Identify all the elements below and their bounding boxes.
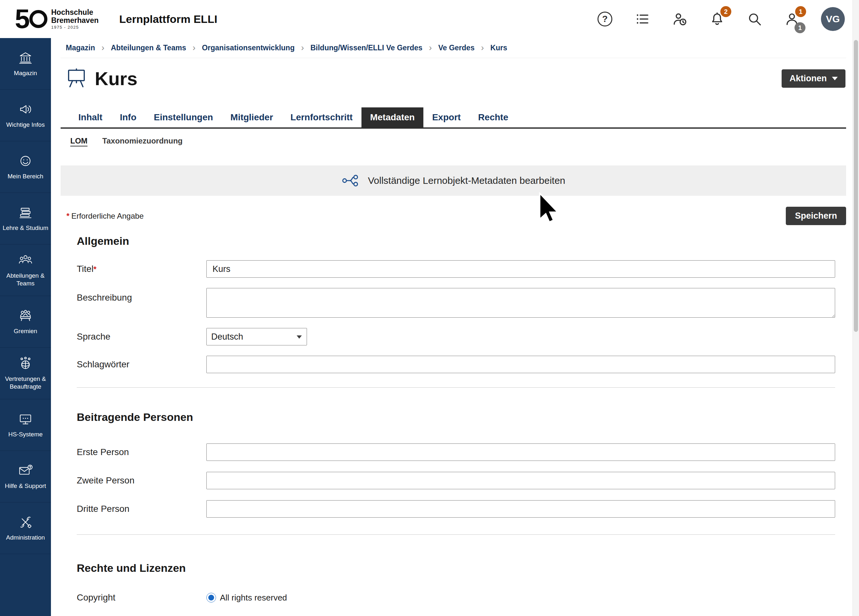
sidebar-item-vertretungen-beauftragte[interactable]: Vertretungen & Beauftragte	[0, 348, 51, 399]
sidebar-item-gremien[interactable]: Gremien	[0, 296, 51, 348]
scrollbar-track[interactable]	[853, 0, 859, 616]
bank-icon	[18, 50, 33, 65]
sidebar-label: Administration	[6, 534, 45, 541]
tools-icon	[18, 515, 33, 530]
tab-lernfortschritt[interactable]: Lernfortschritt	[282, 107, 361, 127]
schlagwoerter-label: Schlagwörter	[77, 359, 206, 370]
breadcrumb-separator-icon: ›	[481, 44, 484, 52]
main-area: Magazin › Abteilungen & Teams › Organisa…	[51, 38, 859, 616]
logo-text: Hochschule Bremerhaven 1975 - 2025	[51, 8, 99, 30]
breadcrumb-separator-icon: ›	[429, 44, 432, 52]
sprache-select-wrap: Deutsch	[206, 328, 307, 346]
tab-info[interactable]: Info	[111, 107, 145, 127]
sidebar-label: Wichtige Infos	[6, 121, 44, 129]
breadcrumb-separator-icon: ›	[301, 44, 304, 52]
user-avatar[interactable]: VG	[821, 7, 845, 31]
globe-people-icon	[18, 356, 33, 371]
metadata-tree-icon	[342, 172, 360, 189]
titel-input[interactable]	[206, 260, 835, 278]
subtab-taxonomiezuordnung[interactable]: Taxonomiezuordnung	[102, 136, 183, 145]
sidebar-item-mein-bereich[interactable]: Mein Bereich	[0, 141, 51, 193]
tab-einstellungen[interactable]: Einstellungen	[145, 107, 222, 127]
metadata-form: Allgemein Titel* Beschreibung Sprache	[61, 225, 846, 603]
top-bar: 5 Hochschule Bremerhaven 1975 - 2025 Ler…	[0, 0, 859, 38]
tab-mitglieder[interactable]: Mitglieder	[222, 107, 282, 127]
breadcrumb-separator-icon: ›	[102, 44, 105, 52]
copyright-label: Copyright	[77, 593, 206, 603]
notifications-button[interactable]: 2	[709, 11, 726, 27]
tab-rechte[interactable]: Rechte	[470, 107, 517, 127]
contacts-badge-primary: 1	[795, 6, 806, 17]
section-heading-allgemein: Allgemein	[77, 235, 835, 247]
sprache-select[interactable]: Deutsch	[206, 328, 307, 346]
breadcrumb-item[interactable]: Magazin	[66, 44, 95, 52]
save-button[interactable]: Speichern	[786, 207, 846, 225]
todo-list-button[interactable]	[634, 11, 651, 27]
breadcrumb-item[interactable]: Organisationsentwicklung	[202, 44, 295, 52]
subtab-bar: LOM Taxonomiezuordnung	[61, 129, 846, 145]
breadcrumb-separator-icon: ›	[192, 44, 195, 52]
sidebar-item-abteilungen-teams[interactable]: Abteilungen & Teams	[0, 244, 51, 296]
scrollbar-thumb[interactable]	[854, 40, 858, 332]
logo-digit-5: 5	[15, 7, 30, 31]
required-asterisk: *	[66, 211, 69, 220]
sidebar-item-administration[interactable]: Administration	[0, 502, 51, 554]
erste-person-input[interactable]	[206, 444, 835, 461]
field-row-zweite-person: Zweite Person	[77, 472, 835, 489]
help-button[interactable]: ?	[597, 11, 613, 27]
actions-button-label: Aktionen	[789, 73, 827, 83]
section-divider	[77, 387, 835, 388]
edit-full-metadata-banner[interactable]: Vollständige Lernobjekt-Metadaten bearbe…	[61, 166, 846, 196]
page-header: Kurs Aktionen	[61, 58, 846, 89]
field-row-dritte-person: Dritte Person	[77, 500, 835, 518]
tab-bar: Inhalt Info Einstellungen Mitglieder Ler…	[61, 107, 846, 129]
form-toolbar: *Erforderliche Angabe Speichern	[61, 207, 846, 225]
tab-metadaten[interactable]: Metadaten	[361, 107, 423, 127]
sidebar-item-hs-systeme[interactable]: HS-Systeme	[0, 399, 51, 451]
tab-export[interactable]: Export	[423, 107, 470, 127]
banner-label: Vollständige Lernobjekt-Metadaten bearbe…	[368, 175, 565, 186]
sidebar-label: Abteilungen & Teams	[3, 272, 48, 288]
sidebar-label: Mein Bereich	[8, 172, 44, 180]
user-clock-icon	[672, 11, 687, 27]
subtab-lom[interactable]: LOM	[70, 136, 87, 145]
breadcrumb-item[interactable]: Bildung/Wissen/ELLI Ve Gerdes	[311, 44, 422, 52]
erste-person-label: Erste Person	[77, 447, 206, 457]
logo-years: 1975 - 2025	[51, 25, 99, 30]
zweite-person-input[interactable]	[206, 472, 835, 489]
sidebar-item-hilfe-support[interactable]: Hilfe & Support	[0, 451, 51, 502]
breadcrumb-item[interactable]: Abteilungen & Teams	[111, 44, 186, 52]
mail-help-icon	[18, 463, 33, 478]
sidebar-label: Magazin	[14, 69, 37, 77]
sidebar-item-magazin[interactable]: Magazin	[0, 38, 51, 90]
main-sidebar: Magazin Wichtige Infos Mein Bereich Lehr…	[0, 38, 51, 616]
sidebar-label: Lehre & Studium	[3, 224, 48, 232]
zweite-person-label: Zweite Person	[77, 475, 206, 486]
copyright-option-label: All rights reserved	[220, 593, 287, 603]
search-button[interactable]	[746, 11, 763, 27]
course-board-icon	[66, 68, 87, 89]
actions-button[interactable]: Aktionen	[782, 69, 845, 88]
smiley-icon	[18, 153, 33, 168]
contacts-button[interactable]: 1 1	[784, 11, 800, 27]
copyright-radio[interactable]	[206, 593, 216, 602]
breadcrumb-item[interactable]: Ve Gerdes	[438, 44, 475, 52]
university-logo[interactable]: 5 Hochschule Bremerhaven 1975 - 2025	[15, 7, 99, 31]
sidebar-item-lehre-studium[interactable]: Lehre & Studium	[0, 193, 51, 244]
beschreibung-textarea[interactable]	[206, 288, 835, 318]
sprache-label: Sprache	[77, 331, 206, 342]
contacts-badge-secondary: 1	[795, 22, 806, 33]
list-icon	[634, 11, 650, 27]
help-icon: ?	[598, 12, 612, 27]
field-row-sprache: Sprache Deutsch	[77, 328, 835, 346]
beschreibung-label: Beschreibung	[77, 288, 206, 303]
books-icon	[18, 205, 33, 220]
tab-inhalt[interactable]: Inhalt	[70, 107, 111, 127]
breadcrumb-item[interactable]: Kurs	[490, 44, 507, 52]
dritte-person-input[interactable]	[206, 500, 835, 518]
sidebar-item-wichtige-infos[interactable]: Wichtige Infos	[0, 90, 51, 141]
schlagwoerter-input[interactable]	[206, 356, 835, 373]
chevron-down-icon	[832, 77, 838, 80]
field-row-erste-person: Erste Person	[77, 444, 835, 461]
awareness-button[interactable]	[672, 11, 688, 27]
